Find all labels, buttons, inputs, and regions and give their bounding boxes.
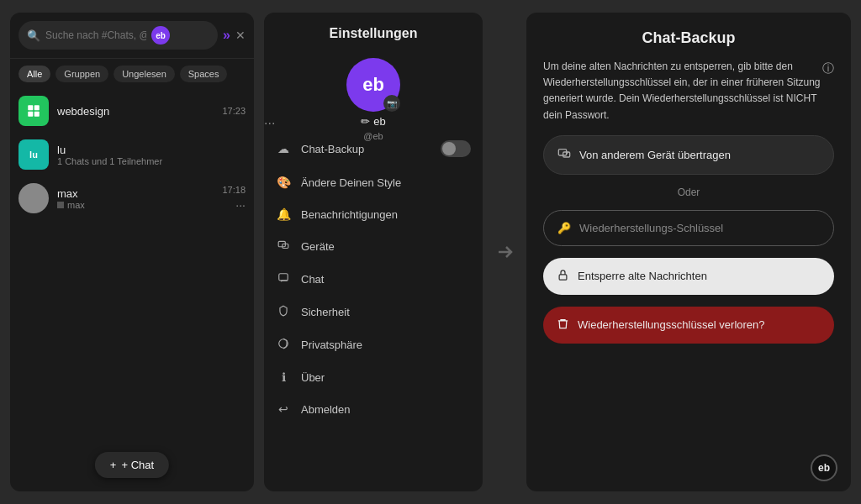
filter-ungelesen[interactable]: Ungelesen [114,66,175,82]
profile-handle: @eb [363,131,383,141]
chat-backup-panel: Chat-Backup Um deine alten Nachrichten z… [526,13,851,491]
devices-icon [276,239,291,254]
settings-title: Einstellungen [264,13,483,50]
chevrons-icon: » [223,28,230,43]
chat-backup-title: Chat-Backup [543,29,834,47]
menu-item-devices[interactable]: Geräte [264,230,483,263]
filter-alle[interactable]: Alle [18,66,50,82]
menu-item-style[interactable]: 🎨 Ändere Deinen Style [264,166,483,198]
search-input-wrap[interactable]: 🔍 eb [18,21,218,50]
unlock-label: Entsperre alte Nachrichten [578,270,707,282]
style-icon: 🎨 [276,176,291,189]
close-icon[interactable]: ✕ [235,29,246,42]
chat-item-lu[interactable]: lu lu 1 Chats und 1 Teilnehmer [10,133,254,176]
menu-label-style: Ändere Deinen Style [301,176,471,189]
profile-name-text: eb [373,115,385,128]
edit-icon: ✏ [361,115,370,128]
chat-backup-toggle[interactable] [441,140,471,157]
transfer-device-label: Von anderem Gerät übertragen [579,149,731,161]
search-input[interactable] [45,29,146,41]
chat-name-lu: lu [57,144,246,156]
menu-label-chat: Chat [301,273,471,286]
svg-rect-0 [28,105,33,110]
filter-spaces[interactable]: Spaces [180,66,228,82]
svg-rect-1 [34,105,40,110]
menu-label-about: Über [301,371,471,384]
logo-icon: eb [811,454,837,481]
chat-backup-description: Um deine alten Nachrichten zu entsperren… [543,59,834,123]
description-text: Um deine alten Nachrichten zu entsperren… [543,60,821,121]
filter-gruppen[interactable]: Gruppen [55,66,108,82]
transfer-device-button[interactable]: Von anderem Gerät übertragen [543,135,834,175]
profile-avatar[interactable]: eb 📷 [346,58,400,112]
lost-key-label: Wiederherstellungsschlüssel verloren? [578,318,765,331]
menu-label-security: Sicherheit [301,306,471,318]
svg-rect-3 [34,112,40,117]
filter-row: Alle Gruppen Ungelesen Spaces [10,59,254,89]
bell-icon: 🔔 [276,207,291,221]
camera-icon[interactable]: 📷 [383,95,400,112]
menu-label-devices: Geräte [301,240,471,253]
chat-icon [276,272,291,286]
chat-info-max: max max [57,187,214,210]
unlock-messages-button[interactable]: Entsperre alte Nachrichten [543,258,834,295]
profile-section: eb 📷 ✏ eb @eb [264,50,483,150]
menu-item-notifications[interactable]: 🔔 Benachrichtigungen [264,198,483,230]
new-chat-button[interactable]: + + Chat [95,452,169,478]
new-chat-label: + Chat [121,459,154,471]
info-icon: ℹ [276,370,291,384]
settings-menu-list: ☁ Chat-Backup 🎨 Ändere Deinen Style 🔔 Be… [264,131,483,491]
recovery-key-input[interactable]: 🔑 Wiederherstellungs-Schlüssel [543,210,834,246]
svg-rect-2 [28,112,33,117]
or-divider: Oder [543,186,834,198]
avatar-webdesign [18,96,49,126]
menu-item-privacy[interactable]: Privatsphäre [264,328,483,361]
search-bar: 🔍 eb » ✕ [10,13,254,59]
menu-item-security[interactable]: Sicherheit [264,296,483,328]
profile-name: ✏ eb [361,115,385,128]
chat-info-lu: lu 1 Chats und 1 Teilnehmer [57,144,246,166]
lock-icon [557,269,569,284]
left-chat-panel: 🔍 eb » ✕ Alle Gruppen Ungelesen Spaces w… [10,13,254,491]
user-badge: eb [151,26,170,45]
menu-label-privacy: Privatsphäre [301,339,471,351]
settings-panel: Einstellungen eb 📷 ✏ eb @eb ··· ☁ Chat-B… [264,13,483,491]
chat-time: 17:23 [222,106,246,116]
menu-item-chat[interactable]: Chat [264,263,483,296]
chat-item-webdesign[interactable]: webdesign 17:23 [10,89,254,133]
shield-icon [276,305,291,319]
plus-icon: + [110,459,117,471]
chat-info-webdesign: webdesign [57,105,214,118]
menu-item-logout[interactable]: ↩ Abmelden [264,393,483,425]
more-options-icon[interactable]: ··· [235,198,246,212]
lost-key-button[interactable]: Wiederherstellungsschlüssel verloren? [543,307,834,344]
menu-item-about[interactable]: ℹ Über [264,361,483,393]
recovery-key-placeholder: Wiederherstellungs-Schlüssel [579,222,723,234]
chat-item-max[interactable]: max max 17:18 ··· [10,176,254,220]
trash-icon [557,318,569,333]
svg-rect-6 [279,274,288,281]
transfer-icon [557,147,571,163]
search-icon: 🔍 [27,29,40,42]
logo-watermark: eb [811,454,837,481]
menu-label-logout: Abmelden [301,403,471,416]
chat-list: webdesign 17:23 lu lu 1 Chats und 1 Teil… [10,89,254,491]
chat-name-max: max [57,187,214,200]
avatar-lu: lu [18,139,49,170]
privacy-icon [276,338,291,352]
chat-sub-lu: 1 Chats und 1 Teilnehmer [57,156,246,166]
chat-sub-max: max [57,200,214,210]
menu-label-notifications: Benachrichtigungen [301,208,471,221]
logout-icon: ↩ [276,402,291,416]
key-icon: 🔑 [557,222,571,234]
arrow-connector [493,13,516,491]
avatar-max [18,183,49,213]
info-icon[interactable]: ⓘ [822,59,834,77]
chat-name: webdesign [57,105,214,118]
avatar-initials: eb [362,74,384,96]
svg-rect-10 [559,275,567,280]
chat-time-max: 17:18 [222,185,246,195]
